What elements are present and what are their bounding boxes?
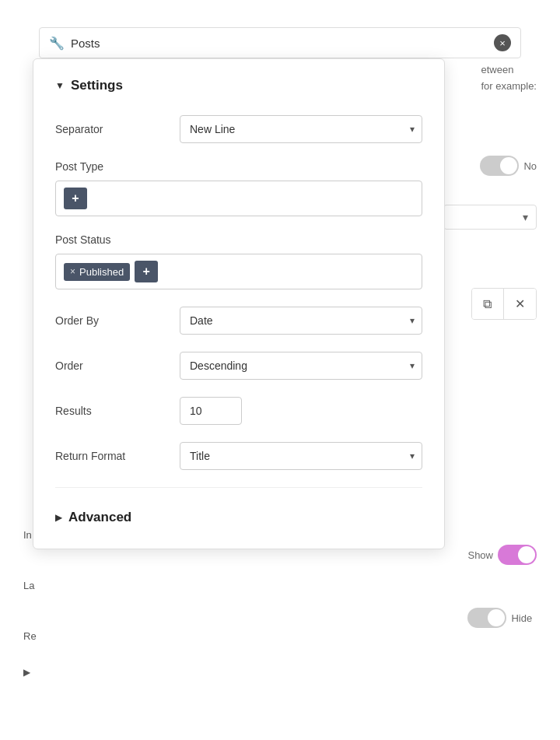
- post-status-label: Post Status: [55, 233, 422, 246]
- copy-icon: ⧉: [483, 297, 492, 310]
- post-type-input-box: +: [55, 181, 422, 216]
- plus-icon: +: [72, 191, 79, 205]
- top-bar-title: Posts: [71, 37, 494, 50]
- close-icon: ×: [499, 37, 506, 49]
- results-input[interactable]: [180, 397, 242, 425]
- results-row: Results: [55, 397, 422, 425]
- plus-icon-status: +: [142, 265, 149, 279]
- settings-chevron: ▼: [55, 80, 65, 91]
- order-by-label: Order By: [55, 314, 180, 327]
- toggle-knob: [500, 157, 517, 174]
- section-divider: [55, 487, 422, 488]
- return-format-row: Return Format Title ID Object ▾: [55, 442, 422, 470]
- wrench-icon: 🔧: [49, 36, 65, 51]
- post-status-input-box: × Published +: [55, 254, 422, 289]
- results-label: Results: [55, 405, 180, 417]
- separator-select-wrapper: New Line Comma Space Custom ▾: [180, 115, 422, 143]
- add-post-type-button[interactable]: +: [64, 188, 87, 209]
- order-row: Order Descending Ascending ▾: [55, 352, 422, 380]
- toggle-hide[interactable]: [467, 608, 506, 628]
- x-icon: ✕: [515, 297, 525, 310]
- top-bar: 🔧 Posts ×: [39, 27, 521, 58]
- action-buttons: ⧉ ✕: [471, 288, 537, 320]
- close-button[interactable]: ×: [494, 34, 511, 51]
- settings-header: ▼ Settings: [55, 78, 422, 93]
- order-label: Order: [55, 359, 180, 372]
- toggle-no[interactable]: [480, 156, 519, 176]
- order-select[interactable]: Descending Ascending: [180, 352, 422, 380]
- bg-lower-toggles: Show Hide: [467, 545, 537, 628]
- post-type-label: Post Type: [55, 160, 422, 173]
- return-format-select[interactable]: Title ID Object: [180, 442, 422, 470]
- settings-title: Settings: [71, 78, 123, 93]
- advanced-section[interactable]: ▶ Advanced: [55, 503, 422, 525]
- post-type-section: Post Type +: [55, 160, 422, 216]
- published-tag-label: Published: [79, 266, 124, 278]
- separator-select[interactable]: New Line Comma Space Custom: [180, 115, 422, 143]
- settings-panel: ▼ Settings Separator New Line Comma Spac…: [33, 58, 445, 549]
- dismiss-button[interactable]: ✕: [503, 289, 536, 319]
- toggle-show-label: Show: [467, 549, 493, 561]
- order-select-wrapper: Descending Ascending ▾: [180, 352, 422, 380]
- separator-row: Separator New Line Comma Space Custom ▾: [55, 115, 422, 143]
- toggle-no-label: No: [523, 160, 537, 172]
- order-by-row: Order By Date Title Menu Order Random ▾: [55, 307, 422, 335]
- add-post-status-button[interactable]: +: [135, 261, 158, 282]
- copy-button[interactable]: ⧉: [472, 289, 502, 319]
- bg-right-dropdown[interactable]: ▾: [443, 205, 537, 230]
- order-by-select-wrapper: Date Title Menu Order Random ▾: [180, 307, 422, 335]
- chevron-down-icon: ▾: [523, 211, 528, 223]
- post-status-section: Post Status × Published +: [55, 233, 422, 289]
- toggle-knob-show: [518, 546, 535, 563]
- published-tag: × Published: [64, 263, 130, 281]
- return-format-label: Return Format: [55, 450, 180, 462]
- bg-right-text: etween for example:: [481, 62, 537, 95]
- order-by-select[interactable]: Date Title Menu Order Random: [180, 307, 422, 335]
- separator-label: Separator: [55, 123, 180, 135]
- left-arrow[interactable]: ▶: [23, 667, 30, 678]
- advanced-chevron: ▶: [55, 512, 62, 523]
- toggle-show[interactable]: [498, 545, 537, 565]
- toggle-knob-hide: [488, 609, 505, 626]
- advanced-title: Advanced: [68, 510, 131, 525]
- remove-published-button[interactable]: ×: [70, 266, 75, 277]
- return-format-select-wrapper: Title ID Object ▾: [180, 442, 422, 470]
- toggle-hide-label: Hide: [511, 612, 532, 624]
